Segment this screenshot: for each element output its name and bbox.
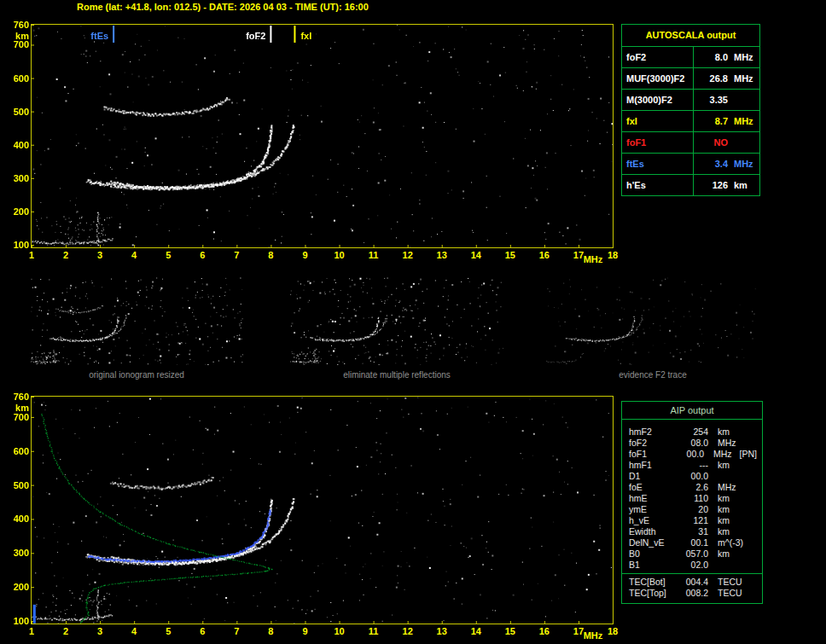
- aip-unit: km: [718, 493, 730, 504]
- autoscala-table-rows: foF28.0MHzMUF(3000)F226.8MHzM(3000)F23.3…: [622, 46, 759, 195]
- aip-value: 121: [678, 515, 708, 526]
- y-axis-label: 600: [7, 73, 29, 84]
- aip-param: B1: [629, 560, 678, 571]
- autoscala-param: fxI: [622, 111, 694, 131]
- y-axis-label: 700: [7, 412, 29, 422]
- x-axis-label: 5: [166, 251, 171, 260]
- y-axis-label: 600: [7, 446, 29, 456]
- x-axis-label: 2: [63, 627, 68, 636]
- aip-row: h_vE121km: [629, 515, 757, 526]
- x-axis-label: 6: [200, 251, 205, 260]
- autoscala-value: 3.4MHz: [694, 154, 759, 174]
- x-axis-label: 11: [369, 251, 379, 260]
- thumbnail-evidence-f2-trace: [546, 277, 759, 365]
- x-axis-label: 12: [403, 627, 413, 636]
- autoscala-value: 26.8MHz: [694, 68, 759, 89]
- thumbnail-canvas-evidence-f2: [546, 277, 759, 365]
- y-axis-label: 200: [7, 206, 29, 217]
- x-axis-label: 11: [369, 627, 379, 636]
- autoscala-value: 8.7MHz: [694, 111, 759, 131]
- y-axis-label: 100: [7, 240, 29, 250]
- aip-param: foF1: [629, 449, 675, 460]
- marker-label-fxI: fxI: [300, 31, 311, 41]
- x-axis-unit-label: MHz: [584, 255, 603, 264]
- aip-value: 31: [678, 526, 708, 537]
- aip-value: 057.0: [678, 548, 708, 560]
- autoscala-value: 3.35: [694, 90, 759, 110]
- aip-value: 00.0: [678, 471, 708, 482]
- x-axis-label: 1: [29, 627, 34, 636]
- aip-separator: [622, 573, 762, 574]
- aip-unit: TECU: [718, 577, 742, 588]
- x-axis-label: 14: [471, 627, 481, 636]
- aip-value: 110: [678, 493, 708, 504]
- aip-param: hmF2: [629, 426, 678, 438]
- aip-row: D100.0: [629, 471, 757, 482]
- ionogram-canvas-top: [32, 25, 613, 247]
- aip-row: TEC[Bot]004.4TECU: [629, 577, 757, 588]
- autoscala-output-table: AUTOSCALA output foF28.0MHzMUF(3000)F226…: [621, 24, 760, 196]
- aip-param: foE: [629, 482, 678, 493]
- autoscala-row: M(3000)F23.35: [622, 89, 759, 110]
- y-axis-label: 400: [7, 513, 29, 524]
- x-axis-label: 3: [97, 251, 102, 260]
- y-axis-label: 300: [7, 173, 29, 183]
- autoscala-table-title: AUTOSCALA output: [622, 25, 759, 46]
- aip-unit: km: [718, 504, 730, 515]
- y-axis-label: 100: [7, 616, 29, 626]
- autoscala-row: foF28.0MHz: [622, 46, 759, 67]
- ionogram-canvas-bottom: [32, 397, 613, 624]
- aip-table-title: AIP output: [622, 402, 762, 420]
- aip-value: 004.4: [678, 577, 708, 588]
- aip-param: B0: [629, 548, 678, 560]
- aip-unit: km: [718, 515, 730, 526]
- x-axis-label: 16: [539, 251, 550, 260]
- aip-unit: km: [718, 426, 730, 438]
- x-axis-label: 8: [268, 627, 273, 636]
- aip-table-rows: hmF2254kmfoF208.0MHzfoF100.0MHz[PN]hmF1-…: [622, 420, 762, 603]
- x-axis-label: 5: [166, 627, 171, 636]
- aip-row: hmF2254km: [629, 426, 757, 438]
- aip-row: foF100.0MHz[PN]: [629, 449, 757, 460]
- aip-row: TEC[Top]008.2TECU: [629, 588, 757, 599]
- aip-row: foE2.6MHz: [629, 482, 757, 493]
- aip-value: 2.6: [678, 482, 708, 493]
- autoscala-value: 8.0MHz: [694, 47, 759, 67]
- aip-param: DelN_vE: [629, 537, 678, 548]
- y-axis-label: 760: [7, 20, 29, 30]
- aip-param: foF2: [629, 438, 678, 449]
- aip-unit: MHz: [718, 482, 736, 493]
- aip-param: TEC[Bot]: [629, 577, 678, 588]
- marker-label-foF2: foF2: [235, 31, 265, 41]
- x-axis-label: 18: [608, 627, 618, 636]
- x-axis-label: 13: [437, 627, 447, 636]
- x-axis-label: 13: [437, 251, 447, 260]
- x-axis-label: 2: [63, 251, 68, 260]
- autoscala-param: foF2: [622, 47, 694, 67]
- aip-row: foF208.0MHz: [629, 438, 757, 449]
- autoscala-row: h'Es126km: [622, 174, 759, 195]
- y-axis-label: 200: [7, 582, 29, 592]
- aip-flag: [PN]: [740, 449, 757, 460]
- x-axis-label: 7: [234, 627, 239, 636]
- aip-row: hmF1---km: [629, 460, 757, 471]
- y-axis-label: 300: [7, 548, 29, 558]
- aip-value: 008.2: [678, 588, 708, 599]
- thumbnail-caption-evidence: evidence F2 trace: [546, 370, 759, 380]
- thumbnail-canvas-original: [30, 277, 243, 365]
- aip-value: 00.0: [675, 449, 704, 460]
- marker-label-ftEs: ftEs: [78, 31, 108, 41]
- aip-param: h_vE: [629, 515, 678, 526]
- autoscala-row: MUF(3000)F226.8MHz: [622, 67, 759, 89]
- aip-unit: km: [718, 548, 730, 560]
- x-axis-label: 14: [471, 251, 481, 260]
- thumbnail-caption-original: original ionogram resized: [30, 370, 243, 380]
- x-axis-label: 10: [334, 627, 344, 636]
- ionogram-plot-bottom: [31, 396, 614, 624]
- thumbnail-eliminate-multiples: [290, 277, 503, 365]
- aip-row: B0057.0km: [629, 548, 757, 560]
- x-axis-label: 4: [131, 627, 137, 636]
- autoscala-row: fxI8.7MHz: [622, 110, 759, 131]
- autoscala-row: ftEs3.4MHz: [622, 153, 759, 174]
- autoscala-param: ftEs: [622, 154, 694, 174]
